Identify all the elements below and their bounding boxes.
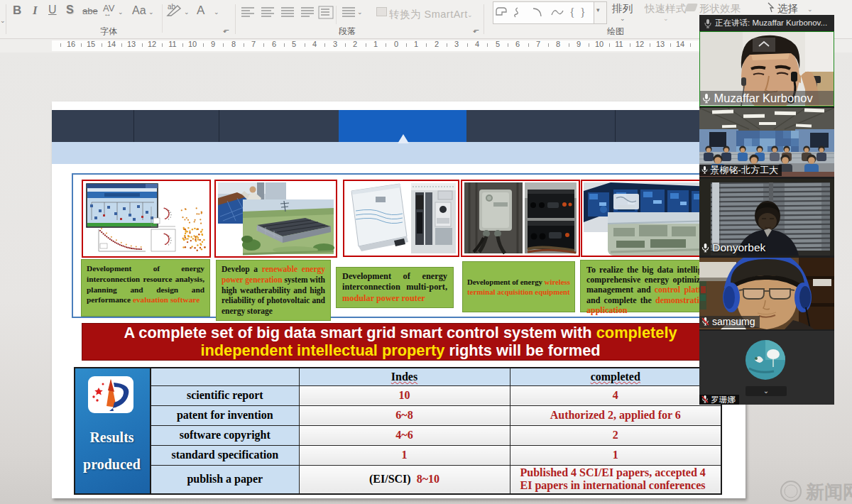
svg-text:新闻网: 新闻网 — [805, 481, 852, 503]
svg-text:{: { — [569, 6, 575, 18]
svg-text:}: } — [580, 6, 586, 18]
